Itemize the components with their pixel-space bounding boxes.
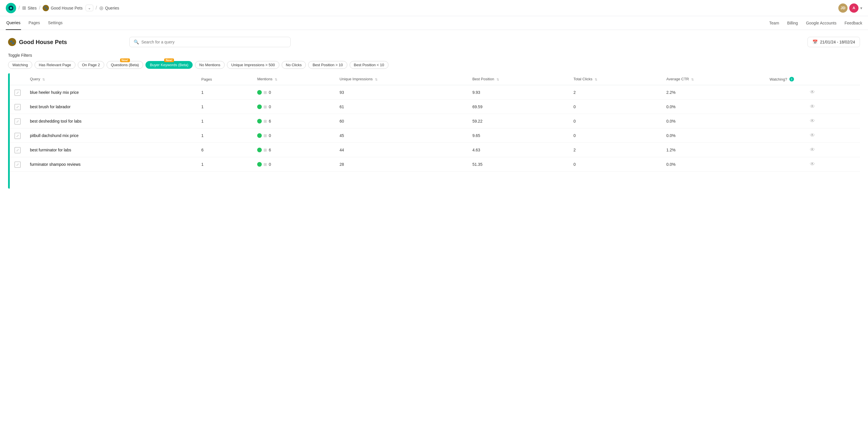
logo[interactable] <box>6 3 16 13</box>
tab-pages[interactable]: Pages <box>28 16 41 30</box>
date-range-button[interactable]: 📅 21/01/24 - 18/02/24 <box>808 37 860 47</box>
row-watching-3[interactable]: 👁 <box>765 128 860 143</box>
row-query-2[interactable]: best deshedding tool for labs <box>25 114 197 128</box>
filter-no-mentions[interactable]: No Mentions <box>195 61 225 69</box>
row-watching-1[interactable]: 👁 <box>765 100 860 114</box>
row-expand-3[interactable]: ⤢ <box>10 128 25 143</box>
nav-queries[interactable]: ◎ Queries <box>99 5 119 11</box>
badge-new-questions: New! <box>120 59 130 62</box>
row-expand-0[interactable]: ⤢ <box>10 85 25 100</box>
th-average-ctr[interactable]: Average CTR ⇅ <box>662 73 765 85</box>
watching-toggle-icon[interactable]: 👁 <box>810 118 815 124</box>
row-ctr-5: 0.0% <box>662 157 765 171</box>
filter-unique-impressions[interactable]: Unique Impressions > 500 <box>227 61 279 69</box>
table-row: ⤢ furminator shampoo reviews 1 ⊞ 0 28 51… <box>10 157 860 171</box>
row-mentions-2: ⊞ 6 <box>253 114 335 128</box>
row-watching-5[interactable]: 👁 <box>765 157 860 171</box>
row-expand-2[interactable]: ⤢ <box>10 114 25 128</box>
row-expand-1[interactable]: ⤢ <box>10 100 25 114</box>
site-favicon: 🐾 <box>42 5 49 11</box>
filter-questions-beta[interactable]: New! Questions (Beta) <box>106 61 144 69</box>
tab-pages-label: Pages <box>29 21 40 25</box>
filter-buyer-keywords-label: Buyer Keywords (Beta) <box>150 63 188 67</box>
watching-toggle-icon[interactable]: 👁 <box>810 89 815 95</box>
site-dropdown-button[interactable]: ⌄ <box>86 5 93 11</box>
filter-on-page-2-label: On Page 2 <box>82 63 100 67</box>
filter-no-clicks-label: No Clicks <box>286 63 302 67</box>
tab-queries[interactable]: Queries <box>6 16 21 30</box>
filter-watching[interactable]: Watching <box>8 61 32 69</box>
filter-best-position-gt10[interactable]: Best Position > 10 <box>308 61 347 69</box>
breadcrumb-sep-3: / <box>96 5 97 11</box>
filter-best-position-gt10-label: Best Position > 10 <box>312 63 343 67</box>
watching-toggle-icon[interactable]: 👁 <box>810 132 815 138</box>
watching-toggle-icon[interactable]: 👁 <box>810 104 815 109</box>
mention-grid-icon: ⊞ <box>264 162 267 167</box>
search-input[interactable] <box>142 40 286 44</box>
sites-label: Sites <box>28 6 37 10</box>
row-watching-2[interactable]: 👁 <box>765 114 860 128</box>
row-watching-4[interactable]: 👁 <box>765 143 860 157</box>
link-billing[interactable]: Billing <box>787 21 798 25</box>
queries-icon: ◎ <box>99 5 103 11</box>
link-feedback[interactable]: Feedback <box>845 21 862 25</box>
filter-on-page-2[interactable]: On Page 2 <box>78 61 104 69</box>
watching-toggle-icon[interactable]: 👁 <box>810 161 815 167</box>
watching-info-icon: i <box>789 77 794 81</box>
filter-buyer-keywords-beta[interactable]: New! Buyer Keywords (Beta) <box>146 61 193 69</box>
avatar-user2[interactable]: A <box>849 3 859 13</box>
tab-settings[interactable]: Settings <box>48 16 63 30</box>
accounts-dropdown-button[interactable]: ▾ <box>860 6 862 10</box>
row-position-4: 4.63 <box>468 143 569 157</box>
th-total-clicks[interactable]: Total Clicks ⇅ <box>569 73 662 85</box>
watching-toggle-icon[interactable]: 👁 <box>810 147 815 153</box>
breadcrumb-sep-2: / <box>39 5 40 11</box>
th-query[interactable]: Query ⇅ <box>25 73 197 85</box>
avatar-user1[interactable]: JD <box>838 3 847 13</box>
row-query-5[interactable]: furminator shampoo reviews <box>25 157 197 171</box>
sub-nav-right: Team Billing Google Accounts Feedback <box>769 21 862 25</box>
row-impressions-4: 44 <box>335 143 468 157</box>
link-google-accounts[interactable]: Google Accounts <box>806 21 837 25</box>
row-pages-2: 1 <box>197 114 253 128</box>
filter-no-clicks[interactable]: No Clicks <box>282 61 306 69</box>
mention-count: 6 <box>269 119 271 124</box>
row-mentions-3: ⊞ 0 <box>253 128 335 143</box>
row-query-0[interactable]: blue heeler husky mix price <box>25 85 197 100</box>
row-expand-5[interactable]: ⤢ <box>10 157 25 171</box>
filters-section: Toggle Filters Watching Has Relevant Pag… <box>8 53 860 69</box>
row-expand-4[interactable]: ⤢ <box>10 143 25 157</box>
table-row: ⤢ pitbull dachshund mix price 1 ⊞ 0 45 9… <box>10 128 860 143</box>
row-query-4[interactable]: best furminator for labs <box>25 143 197 157</box>
row-ctr-2: 0.0% <box>662 114 765 128</box>
th-mentions[interactable]: Mentions ⇅ <box>253 73 335 85</box>
filter-has-relevant-page[interactable]: Has Relevant Page <box>35 61 75 69</box>
mention-green-icon <box>257 104 262 109</box>
row-clicks-5: 0 <box>569 157 662 171</box>
filter-best-position-lt10[interactable]: Best Position < 10 <box>350 61 389 69</box>
th-watching: Watching? i <box>765 73 860 85</box>
sort-mentions-icon: ⇅ <box>275 78 277 81</box>
row-impressions-0: 93 <box>335 85 468 100</box>
row-clicks-4: 2 <box>569 143 662 157</box>
row-pages-0: 1 <box>197 85 253 100</box>
row-query-1[interactable]: best brush for labrador <box>25 100 197 114</box>
row-query-3[interactable]: pitbull dachshund mix price <box>25 128 197 143</box>
link-team[interactable]: Team <box>769 21 779 25</box>
nav-site-name[interactable]: 🐾 Good House Pets ⌄ <box>42 5 93 11</box>
mention-green-icon <box>257 119 262 124</box>
mention-grid-icon: ⊞ <box>264 104 267 109</box>
filters-row: Watching Has Relevant Page On Page 2 New… <box>8 61 860 69</box>
nav-sites[interactable]: ⊞ Sites <box>22 5 37 11</box>
mention-count: 0 <box>269 104 271 109</box>
mention-grid-icon: ⊞ <box>264 119 267 124</box>
row-watching-0[interactable]: 👁 <box>765 85 860 100</box>
mention-grid-icon: ⊞ <box>264 90 267 95</box>
page-title: Good House Pets <box>19 39 67 45</box>
row-position-2: 59.22 <box>468 114 569 128</box>
row-position-0: 9.93 <box>468 85 569 100</box>
th-unique-impressions[interactable]: Unique Impressions ⇅ <box>335 73 468 85</box>
th-best-position[interactable]: Best Position ⇅ <box>468 73 569 85</box>
breadcrumb-sep-1: / <box>19 5 20 11</box>
mention-green-icon <box>257 90 262 95</box>
